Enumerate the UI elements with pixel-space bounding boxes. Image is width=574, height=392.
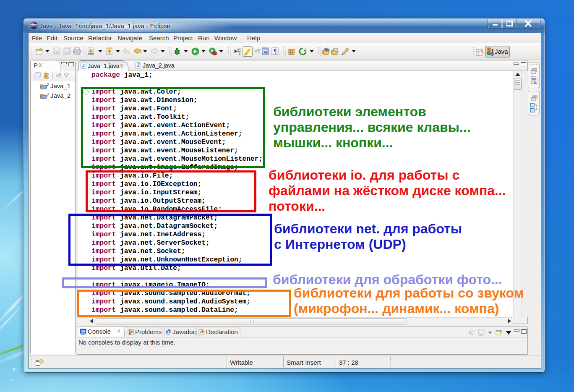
svg-text:¶: ¶ (274, 48, 277, 55)
svg-text:J: J (47, 92, 49, 96)
svg-text:C: C (237, 48, 240, 53)
svg-text:J: J (47, 83, 49, 86)
svg-text:J: J (82, 63, 84, 68)
svg-text:J: J (491, 47, 494, 54)
svg-text:J: J (137, 63, 139, 68)
